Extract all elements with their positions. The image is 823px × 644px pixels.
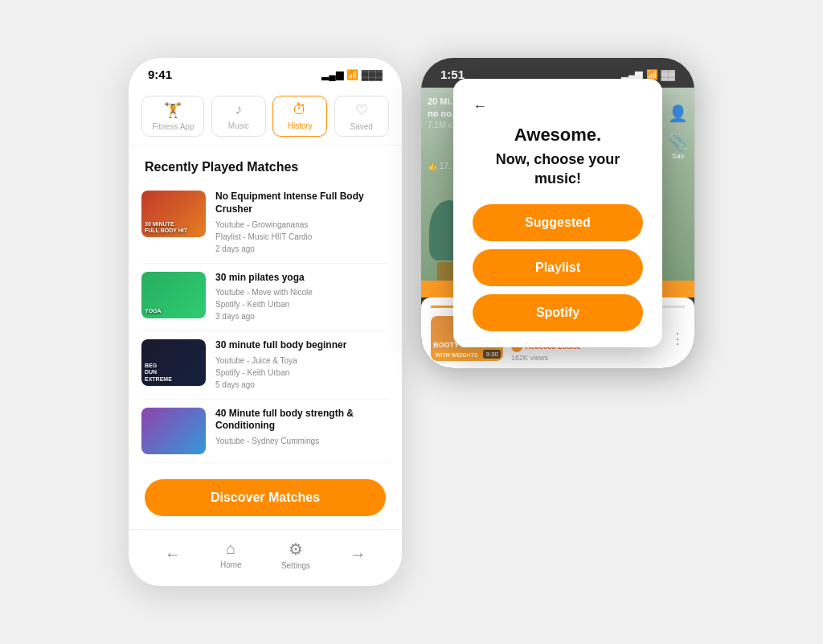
tab-history[interactable]: ⏱ History xyxy=(272,96,327,137)
tab-fitness-app[interactable]: 🏋 Fitness App xyxy=(141,96,204,137)
nav-back[interactable]: ← xyxy=(165,545,181,564)
match-item[interactable]: YOGA 30 min pilates yoga Youtube - Move … xyxy=(141,264,389,332)
suggested-button[interactable]: Suggested xyxy=(473,204,643,241)
nav-home[interactable]: ⌂ Home xyxy=(220,539,242,569)
status-bar-left: 9:41 ▂▄▆ 📶 ▓▓▓ xyxy=(129,58,402,88)
match-meta-3: Youtube - Juice & Toya Spotify - Keith U… xyxy=(215,355,389,391)
modal-buttons: Suggested Playlist Spotify xyxy=(473,204,643,331)
home-icon: ⌂ xyxy=(226,539,235,558)
forward-arrow-icon: → xyxy=(350,545,366,564)
time-left: 9:41 xyxy=(148,68,172,81)
match-item[interactable]: 40 Minute full body strength & Condition… xyxy=(141,400,389,463)
match-info-2: 30 min pilates yoga Youtube - Move with … xyxy=(215,272,389,323)
spotify-button[interactable]: Spotify xyxy=(473,294,643,331)
match-info-1: No Equipment Intense Full Body Crusher Y… xyxy=(215,191,389,254)
match-info-3: 30 minute full body beginner Youtube - J… xyxy=(215,339,389,391)
match-thumb-3: BEGDUNEXTREME xyxy=(141,339,206,386)
match-title-1: No Equipment Intense Full Body Crusher xyxy=(215,191,389,215)
discover-matches-button[interactable]: Discover Matches xyxy=(145,479,386,516)
match-thumb-4 xyxy=(141,408,206,454)
tab-saved-label: Saved xyxy=(350,122,373,131)
match-item[interactable]: 30 MINUTEFULL BODY HIT No Equipment Inte… xyxy=(141,183,389,263)
match-title-4: 40 Minute full body strength & Condition… xyxy=(215,408,389,433)
tab-history-label: History xyxy=(288,121,313,130)
status-icons-left: ▂▄▆ 📶 ▓▓▓ xyxy=(321,69,383,80)
thumb-label-2: YOGA xyxy=(145,308,162,314)
match-thumb-2: YOGA xyxy=(141,272,206,318)
thumb-label-1: 30 MINUTEFULL BODY HIT xyxy=(145,221,187,235)
fitness-icon: 🏋 xyxy=(164,101,182,119)
match-title-3: 30 minute full body beginner xyxy=(215,339,389,352)
tab-music-label: Music xyxy=(228,121,249,130)
tab-saved[interactable]: ♡ Saved xyxy=(334,96,389,137)
modal-subtitle: Now, choose your music! xyxy=(473,150,643,188)
modal-overlay: ← Awesome. Now, choose your music! Sugge… xyxy=(421,58,694,368)
signal-icon: ▂▄▆ xyxy=(321,69,343,80)
playlist-button[interactable]: Playlist xyxy=(473,249,643,286)
bottom-nav: ← ⌂ Home ⚙ Settings → xyxy=(129,529,402,586)
back-icon: ← xyxy=(473,98,487,114)
music-icon: ♪ xyxy=(235,101,242,118)
match-thumb-1: 30 MINUTEFULL BODY HIT xyxy=(141,191,206,237)
match-meta-4: Youtube - Sydney Cummings xyxy=(215,435,389,447)
music-modal: ← Awesome. Now, choose your music! Sugge… xyxy=(453,79,662,347)
settings-label: Settings xyxy=(281,561,310,570)
nav-settings[interactable]: ⚙ Settings xyxy=(281,539,310,570)
tab-music[interactable]: ♪ Music xyxy=(211,96,266,137)
settings-gear-icon: ⚙ xyxy=(289,539,303,559)
match-list: 30 MINUTEFULL BODY HIT No Equipment Inte… xyxy=(129,183,402,462)
back-arrow-icon: ← xyxy=(165,545,181,564)
discover-btn-wrap: Discover Matches xyxy=(129,463,402,529)
match-meta-2: Youtube - Move with Nicole Spotify - Kei… xyxy=(215,286,389,322)
match-title-2: 30 min pilates yoga xyxy=(215,272,389,285)
wifi-icon: 📶 xyxy=(346,69,358,80)
history-icon: ⏱ xyxy=(293,101,307,118)
tab-bar: 🏋 Fitness App ♪ Music ⏱ History ♡ Saved xyxy=(129,88,402,146)
match-item[interactable]: BEGDUNEXTREME 30 minute full body beginn… xyxy=(141,331,389,400)
match-meta-1: Youtube - Growingananas Playlist - Music… xyxy=(215,219,389,255)
match-info-4: 40 Minute full body strength & Condition… xyxy=(215,408,389,447)
right-phone: 1:51 ▂▄▆ 📶 ▓▓ xyxy=(421,58,694,368)
home-label: Home xyxy=(220,560,242,569)
saved-icon: ♡ xyxy=(355,101,368,119)
left-phone: 9:41 ▂▄▆ 📶 ▓▓▓ 🏋 Fitness App ♪ Music ⏱ H… xyxy=(129,58,402,585)
battery-icon: ▓▓▓ xyxy=(362,69,383,80)
thumb-label-3: BEGDUNEXTREME xyxy=(145,363,172,383)
nav-forward[interactable]: → xyxy=(350,545,366,564)
tab-fitness-label: Fitness App xyxy=(152,122,194,131)
modal-back-button[interactable]: ← xyxy=(473,98,643,115)
section-title: Recently Played Matches xyxy=(129,146,402,183)
modal-title: Awesome. xyxy=(473,125,643,146)
